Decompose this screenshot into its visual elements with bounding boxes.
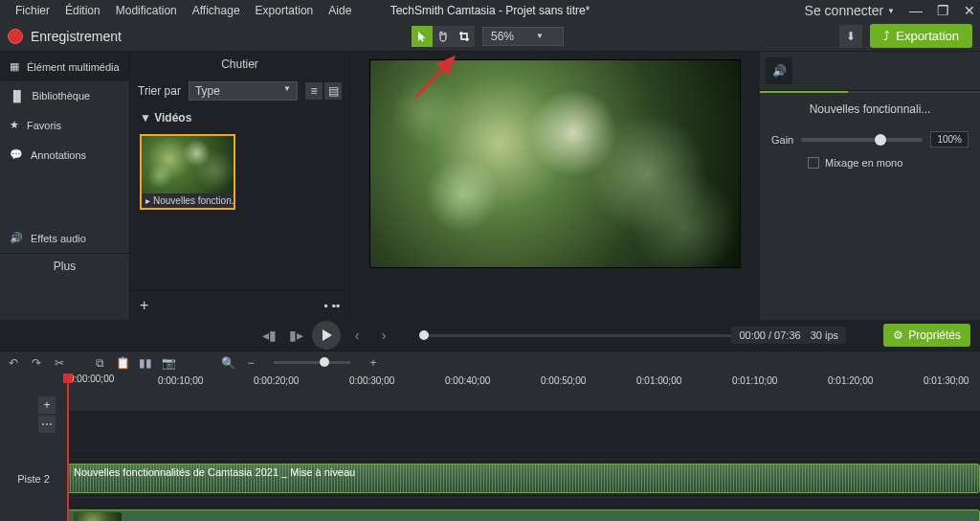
time-display: 00:00 / 07:3630 ips <box>731 327 846 344</box>
mono-label: Mixage en mono <box>825 157 902 169</box>
sidebar-item-audioeffects[interactable]: 🔊Effets audio <box>0 223 129 253</box>
clip-track-2[interactable]: Nouvelles fonctionnalités de Camtasia 20… <box>67 464 980 493</box>
step-back-button[interactable]: ‹ <box>346 325 368 346</box>
download-button[interactable]: ⬇ <box>839 25 862 48</box>
section-videos[interactable]: ▼ Vidéos <box>130 105 349 130</box>
ruler-tick: 0:01:10;00 <box>732 375 777 386</box>
ruler-tick: 0:00:40;00 <box>445 375 490 386</box>
properties-panel: 🔊 Nouvelles fonctionnali... Gain 100% Mi… <box>760 52 980 320</box>
pan-tool[interactable] <box>433 26 454 47</box>
clip-type-icon: ▸ <box>145 195 150 206</box>
ruler-tick: 0:01:20;00 <box>828 375 873 386</box>
ruler-tick: 0:00:10;00 <box>158 375 203 386</box>
star-icon: ★ <box>10 119 19 131</box>
callout-icon: 💬 <box>10 148 23 161</box>
view-grid-icon[interactable]: ▤ <box>324 82 342 100</box>
gain-value[interactable]: 100% <box>930 131 969 147</box>
close-icon[interactable]: ✕ <box>964 3 975 18</box>
ruler-tick: 0:01:00;00 <box>636 375 681 386</box>
gain-slider[interactable] <box>801 138 923 142</box>
export-button[interactable]: ⤴ Exportation <box>870 24 972 48</box>
export-icon: ⤴ <box>883 29 890 43</box>
split-button[interactable]: ▮▮ <box>138 355 153 371</box>
clip-name: Nouvelles fonction... <box>153 195 234 206</box>
menu-view[interactable]: Affichage <box>185 2 248 19</box>
menu-modify[interactable]: Modification <box>108 2 185 19</box>
properties-button[interactable]: ⚙ Propriétés <box>883 324 970 347</box>
undo-button[interactable]: ↶ <box>6 355 21 371</box>
step-fwd-button[interactable]: › <box>373 325 394 346</box>
menu-help[interactable]: Aide <box>321 2 359 19</box>
zoom-in-button[interactable]: + <box>366 355 381 371</box>
record-icon <box>8 29 23 44</box>
timeline-ruler[interactable]: 0:00:00;00 0:00:10;00 0:00:20;00 0:00:30… <box>67 374 980 412</box>
ruler-tick: 0:00:50;00 <box>541 375 586 386</box>
clip-thumbnail <box>142 136 234 193</box>
thumb-size-small[interactable]: ▪ <box>323 299 327 312</box>
playhead-timecode: 0:00:00;00 <box>69 374 114 384</box>
redo-button[interactable]: ↷ <box>29 355 44 371</box>
cut-button[interactable]: ✂ <box>52 355 67 371</box>
timeline: + ⋯ 0:00:00;00 0:00:10;00 0:00:20;00 0:0… <box>0 374 980 521</box>
sidebar: ▦Élément multimédia ▐▌Bibliothèque ★Favo… <box>0 52 130 320</box>
zoom-select[interactable]: 56%▼ <box>482 27 564 46</box>
mono-checkbox[interactable] <box>808 157 819 169</box>
track-menu-button[interactable]: ⋯ <box>38 416 56 433</box>
timeline-zoom-slider[interactable] <box>274 361 350 364</box>
sidebar-item-favorites[interactable]: ★Favoris <box>0 110 129 140</box>
ruler-tick: 0:00:30;00 <box>349 375 394 386</box>
ruler-tick: 0:00:20;00 <box>254 375 299 386</box>
play-button[interactable] <box>312 321 341 350</box>
prev-frame-button[interactable]: ◂▮ <box>258 325 279 346</box>
gain-label: Gain <box>771 134 793 146</box>
menu-export[interactable]: Exportation <box>248 2 322 19</box>
cursor-tool[interactable] <box>412 26 433 47</box>
thumb-size-large[interactable]: ▪▪ <box>331 299 340 312</box>
sidebar-more[interactable]: Plus <box>10 260 120 273</box>
crop-tool[interactable] <box>454 26 475 47</box>
book-icon: ▐▌ <box>10 90 25 102</box>
minimize-icon[interactable]: — <box>909 3 923 18</box>
clip-track-1[interactable]: Nouvelles fonctionnalités de Camtasia 20… <box>67 510 980 521</box>
audio-properties-icon[interactable]: 🔊 <box>766 57 792 84</box>
canvas-area <box>350 52 760 320</box>
view-list-icon[interactable]: ≡ <box>305 82 323 100</box>
menubar: Fichier Édition Modification Affichage E… <box>0 0 980 21</box>
copy-button[interactable]: ⧉ <box>92 355 107 371</box>
track-2-label[interactable]: Piste 2 <box>0 460 67 497</box>
zoom-out-button[interactable]: − <box>243 355 258 371</box>
track-2[interactable]: Piste 2 Nouvelles fonctionnalités de Cam… <box>67 460 980 498</box>
zoom-icon: 🔍 <box>220 355 235 371</box>
track-1[interactable]: Piste 1 Nouvelles fonctionnalités de Cam… <box>67 506 980 521</box>
ruler-tick: 0:01:30;00 <box>924 375 969 386</box>
add-media-button[interactable]: + <box>140 297 148 314</box>
menu-edit[interactable]: Édition <box>57 2 108 19</box>
properties-title: Nouvelles fonctionnali... <box>760 93 980 125</box>
maximize-icon[interactable]: ❐ <box>937 3 949 18</box>
track-add-button[interactable]: + <box>38 396 56 414</box>
screenshot-button[interactable]: 📷 <box>161 355 176 371</box>
playback-bar: ◂▮ ▮▸ ‹ › 00:00 / 07:3630 ips ⚙ Propriét… <box>0 320 980 351</box>
sidebar-item-annotations[interactable]: 💬Annotations <box>0 140 129 170</box>
main-toolbar: Enregistrement 56%▼ ⬇ ⤴ Exportation <box>0 21 980 52</box>
playhead[interactable] <box>67 374 69 521</box>
sort-select[interactable]: Type▼ <box>189 81 298 101</box>
speaker-icon: 🔊 <box>10 232 23 244</box>
record-button[interactable]: Enregistrement <box>8 29 122 44</box>
sidebar-item-media[interactable]: ▦Élément multimédia <box>0 52 129 81</box>
gear-icon: ⚙ <box>893 328 903 342</box>
paste-button[interactable]: 📋 <box>115 355 130 371</box>
sort-label: Trier par <box>138 84 181 98</box>
menu-file[interactable]: Fichier <box>8 2 57 19</box>
track-1-label[interactable]: Piste 1 <box>0 506 67 521</box>
media-clip[interactable]: ▸Nouvelles fonction... <box>140 134 235 210</box>
next-frame-button[interactable]: ▮▸ <box>285 325 306 346</box>
signin-link[interactable]: Se connecter ▼ <box>805 3 895 18</box>
sidebar-item-library[interactable]: ▐▌Bibliothèque <box>0 81 129 110</box>
panel-title: Chutier <box>130 52 349 77</box>
app-title: TechSmith Camtasia - Projet sans titre* <box>390 4 590 17</box>
preview-canvas[interactable] <box>369 59 741 268</box>
playback-slider[interactable] <box>419 334 754 337</box>
media-panel: Chutier Trier par Type▼ ≡ ▤ ▼ Vidéos ▸No… <box>130 52 350 320</box>
clip-thumb-icon <box>74 512 122 521</box>
